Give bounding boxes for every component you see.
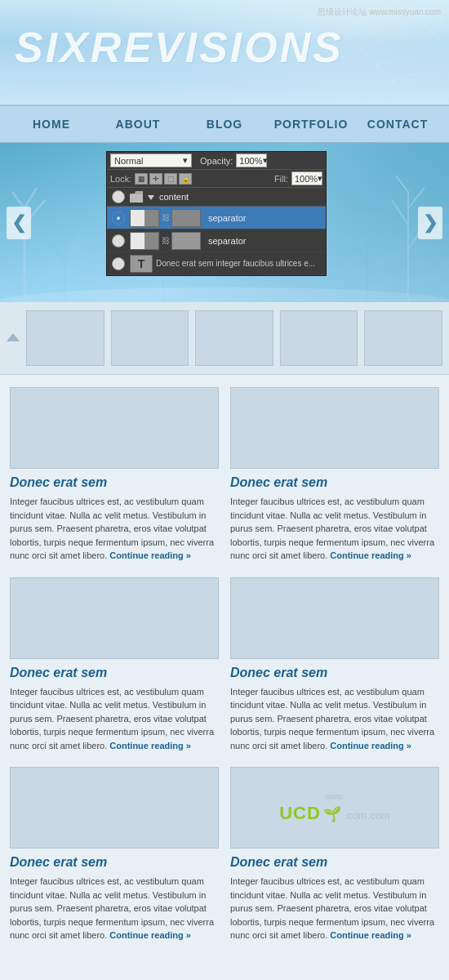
blog-title-1[interactable]: Donec erat sem (10, 475, 219, 490)
svg-line-6 (376, 65, 392, 82)
blog-card-6: www. UCD 🌱 .com.com Donec erat sem Integ… (230, 767, 439, 942)
svg-line-1 (343, 16, 367, 33)
layers-row-lock: Lock: ▦ ✛ ⬚ 🔒 Fill: 100% ▾ (107, 170, 326, 188)
layers-panel: Normal ▾ Opacity: 100% ▾ Lock: ▦ ✛ ⬚ 🔒 F… (106, 151, 327, 276)
blog-image-4 (230, 577, 439, 659)
layers-row-mode: Normal ▾ Opacity: 100% ▾ (107, 152, 326, 170)
layer-item-1[interactable]: ● ⛓ separator (107, 207, 326, 229)
nav-portfolio[interactable]: PORTFOLIO (268, 109, 354, 139)
blog-body-3: Integer faucibus ultrices est, ac vestib… (10, 685, 219, 753)
blog-image-1 (10, 387, 219, 469)
blog-body-2: Integer faucibus ultrices est, ac vestib… (230, 495, 439, 563)
layer-visibility-icon[interactable]: ● (112, 190, 125, 203)
layer2-mask-thumbnail (171, 232, 201, 250)
opacity-label: Opacity: (200, 156, 233, 166)
arrow-down-icon (146, 192, 156, 202)
slider-prev-button[interactable]: ❮ (7, 207, 31, 239)
layer-item-2[interactable]: ● ⛓ separator (107, 229, 326, 252)
blog-title-5[interactable]: Donec erat sem (10, 855, 219, 870)
blog-continue-6[interactable]: Continue reading » (330, 930, 411, 940)
layer3-preview: Donec erat sem integer faucibus ultrices… (156, 259, 315, 268)
blog-image-6: www. UCD 🌱 .com.com (230, 767, 439, 849)
blog-body-1: Integer faucibus ultrices est, ac vestib… (10, 495, 219, 563)
chain-icon: ⛓ (162, 209, 170, 227)
blog-image-6-ucd: www. UCD 🌱 .com.com (279, 792, 390, 824)
ucd-brand: UCD 🌱 .com.com (279, 803, 390, 824)
folder-icon (130, 191, 143, 203)
strip-arrow-indicator (7, 333, 20, 341)
svg-line-2 (343, 33, 359, 49)
blend-mode-value: Normal (114, 156, 143, 166)
dropdown-arrow-icon: ▾ (183, 155, 188, 166)
ucd-url: www. (279, 792, 390, 801)
watermark: 思绩设计论坛 www.missyuan.com (318, 7, 441, 18)
blog-card-2: Donec erat sem Integer faucibus ultrices… (230, 387, 439, 563)
blog-image-3 (10, 577, 219, 659)
lock-image-icon[interactable]: ⬚ (164, 173, 177, 185)
svg-line-4 (359, 49, 376, 65)
fill-label: Fill: (274, 174, 288, 184)
blog-continue-2[interactable]: Continue reading » (330, 550, 411, 560)
layer2-visibility-icon[interactable]: ● (112, 234, 125, 247)
lock-all-icon[interactable]: 🔒 (179, 173, 192, 185)
fill-value: 100% (295, 174, 318, 184)
navbar: HOME ABOUT BLOG PORTFOLIO CONTACT (0, 106, 449, 143)
thumb-2[interactable] (111, 310, 189, 366)
blog-title-3[interactable]: Donec erat sem (10, 666, 219, 680)
nav-home[interactable]: HOME (8, 109, 95, 139)
folder-name: content (159, 192, 189, 202)
layer1-thumbnail (130, 209, 159, 227)
thumb-1[interactable] (26, 310, 104, 366)
blog-body-4: Integer faucibus ultrices est, ac vestib… (230, 685, 439, 753)
svg-line-5 (376, 57, 400, 65)
thumb-5[interactable] (364, 310, 442, 366)
layers-folder-row: ● content (107, 188, 326, 207)
site-header: SIXREVISIONS 思绩设计论坛 www.missyuan.com (0, 0, 449, 106)
blog-title-6[interactable]: Donec erat sem (230, 855, 439, 870)
blog-row-3: Donec erat sem Integer faucibus ultrices… (10, 767, 439, 942)
blog-continue-5[interactable]: Continue reading » (109, 930, 191, 940)
blog-image-2 (230, 387, 439, 469)
opacity-control: Opacity: 100% ▾ (200, 154, 267, 167)
svg-line-3 (359, 41, 384, 49)
opacity-arrow-icon: ▾ (263, 155, 268, 166)
blog-card-4: Donec erat sem Integer faucibus ultrices… (230, 577, 439, 753)
nav-blog[interactable]: BLOG (181, 109, 268, 139)
layer1-mask-thumbnail (171, 209, 201, 227)
blog-image-5 (10, 767, 219, 849)
blend-mode-dropdown[interactable]: Normal ▾ (110, 154, 192, 167)
blog-continue-1[interactable]: Continue reading » (109, 550, 191, 560)
layer1-name: separator (208, 213, 246, 223)
layer3-visibility-icon[interactable]: ● (112, 257, 125, 270)
svg-line-11 (425, 24, 441, 41)
lock-pixels-icon[interactable]: ▦ (135, 173, 148, 185)
blog-card-5: Donec erat sem Integer faucibus ultrices… (10, 767, 219, 942)
thumb-4[interactable] (280, 310, 358, 366)
thumb-3[interactable] (195, 310, 273, 366)
blog-title-4[interactable]: Donec erat sem (230, 666, 439, 680)
svg-marker-33 (148, 195, 154, 200)
blog-title-2[interactable]: Donec erat sem (230, 475, 439, 490)
nav-contact[interactable]: CONTACT (354, 109, 441, 139)
text-layer-icon: T (130, 255, 153, 273)
chain2-icon: ⛓ (162, 232, 170, 250)
nav-about[interactable]: ABOUT (95, 109, 181, 139)
slider-next-button[interactable]: ❯ (418, 207, 442, 239)
layer2-thumbnail (130, 232, 159, 250)
blog-continue-3[interactable]: Continue reading » (109, 741, 191, 751)
lock-icons-group: ▦ ✛ ⬚ 🔒 (135, 173, 192, 185)
blog-row-1: Donec erat sem Integer faucibus ultrices… (10, 387, 439, 563)
blog-card-3: Donec erat sem Integer faucibus ultrices… (10, 577, 219, 753)
blog-card-1: Donec erat sem Integer faucibus ultrices… (10, 387, 219, 563)
layer2-name: separator (208, 236, 246, 246)
svg-line-7 (392, 74, 416, 82)
layer1-visibility-icon[interactable]: ● (112, 212, 125, 225)
site-title: SIXREVISIONS (15, 23, 344, 72)
blog-grid: Donec erat sem Integer faucibus ultrices… (0, 375, 449, 969)
lock-move-icon[interactable]: ✛ (149, 173, 162, 185)
fill-arrow-icon: ▾ (318, 173, 322, 184)
layer-item-3[interactable]: ● T Donec erat sem integer faucibus ultr… (107, 252, 326, 275)
blog-continue-4[interactable]: Continue reading » (330, 741, 411, 751)
svg-line-8 (392, 82, 408, 98)
blog-row-2: Donec erat sem Integer faucibus ultrices… (10, 577, 439, 753)
